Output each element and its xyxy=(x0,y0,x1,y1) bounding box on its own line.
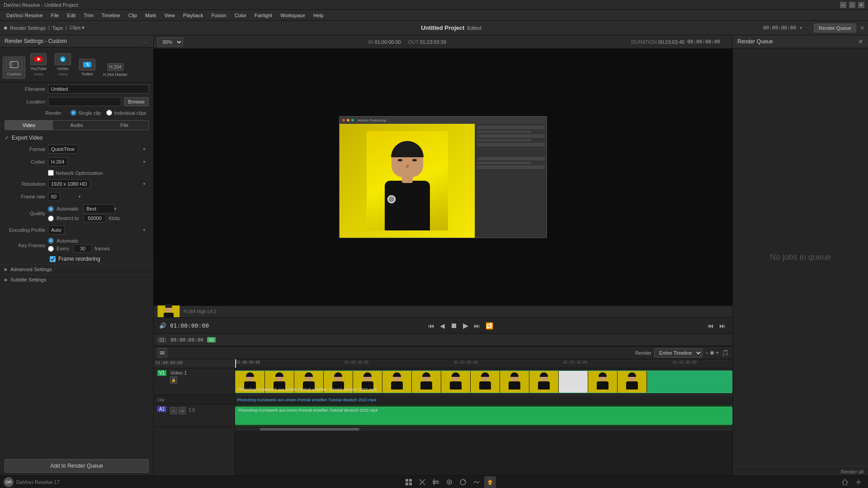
advanced-settings-section[interactable]: ▶ Advanced Settings xyxy=(0,264,153,274)
preset-vimeo[interactable]: V Vimeo 1080p xyxy=(52,51,74,79)
preview-dot-yellow xyxy=(347,119,349,122)
subtitle-settings-section[interactable]: ▶ Subtitle Settings xyxy=(0,274,153,285)
ws-home-button[interactable] xyxy=(839,476,851,488)
menu-mark[interactable]: Mark xyxy=(142,12,160,19)
quality-restrict-input[interactable] xyxy=(84,214,106,222)
menu-workspace[interactable]: Workspace xyxy=(277,12,309,19)
toolbar-render-settings[interactable]: Render Settings xyxy=(10,25,46,31)
frame-reordering-checkbox[interactable] xyxy=(50,256,56,262)
skip-to-start-button[interactable]: ⏮ xyxy=(706,321,715,331)
ws-fusion-button[interactable] xyxy=(443,476,455,488)
timeline-icon-btn-1[interactable] xyxy=(157,348,167,358)
menu-edit[interactable]: Edit xyxy=(63,12,79,19)
thumb-11 xyxy=(529,371,559,393)
ws-cut-button[interactable] xyxy=(416,476,428,488)
zoom-select[interactable]: 30% xyxy=(157,38,183,47)
filename-input[interactable] xyxy=(48,84,149,94)
tab-file[interactable]: File xyxy=(100,121,148,130)
tab-video[interactable]: Video xyxy=(5,121,53,130)
keyframes-every-option[interactable]: Every frames xyxy=(48,244,110,253)
resolution-select[interactable]: 868 x 488 HD xyxy=(48,179,90,188)
v1-lock-button[interactable]: 🔒 xyxy=(170,376,177,384)
menu-timeline[interactable]: Timeline xyxy=(98,12,124,19)
render-panel-options-icon[interactable]: ... xyxy=(142,38,149,44)
framerate-select[interactable]: 60 xyxy=(48,192,60,201)
quality-best-select[interactable]: Best xyxy=(83,204,115,213)
tcp-body-6 xyxy=(391,381,403,389)
encoding-profile-select[interactable]: Auto xyxy=(48,225,65,235)
workspace-center-icons xyxy=(403,476,496,488)
quality-restrict-radio[interactable] xyxy=(48,216,54,221)
preview-options-icon[interactable]: ⋯ xyxy=(724,39,729,45)
ws-edit-button[interactable] xyxy=(430,476,442,488)
keyframes-automatic-radio[interactable] xyxy=(48,238,54,244)
zoom-out-button[interactable]: − xyxy=(705,350,708,356)
tab-audio[interactable]: Audio xyxy=(53,121,101,130)
preset-h264[interactable]: H.264 H.264 Master xyxy=(100,61,130,79)
add-to-render-queue-button[interactable]: Add to Render Queue xyxy=(5,459,149,473)
toolbar-clips[interactable]: Clips ▾ xyxy=(70,25,85,31)
stop-button[interactable]: ⏹ xyxy=(449,320,459,331)
codec-row: Codec H.264 xyxy=(0,155,153,168)
menu-fairlight[interactable]: Fairlight xyxy=(251,12,276,19)
a1-m-button[interactable]: M xyxy=(179,407,186,414)
render-queue-close-button[interactable]: ✕ xyxy=(858,38,863,45)
menu-color[interactable]: Color xyxy=(231,12,250,19)
quality-restrict-option[interactable]: Restrict to Kbits xyxy=(48,214,120,222)
quality-automatic-option[interactable]: Automatic Best xyxy=(48,204,120,213)
audio-waveform-icon[interactable]: 🎵 xyxy=(722,349,729,356)
close-button[interactable]: ✕ xyxy=(858,2,864,8)
render-queue-button[interactable]: Render Queue xyxy=(814,23,856,33)
keyframes-every-radio[interactable] xyxy=(48,246,54,252)
menu-playback[interactable]: Playback xyxy=(179,12,207,19)
single-clip-radio[interactable] xyxy=(71,110,76,116)
individual-clips-option[interactable]: Individual clips xyxy=(106,110,146,116)
menu-clip[interactable]: Clip xyxy=(125,12,141,19)
browse-button[interactable]: Browse xyxy=(124,97,149,106)
go-to-start-button[interactable]: ⏮ xyxy=(427,321,436,331)
ws-deliver-button[interactable] xyxy=(484,476,496,488)
render-queue-close-icon[interactable]: ✕ xyxy=(860,25,864,31)
zoom-in-button[interactable]: + xyxy=(716,350,719,356)
network-opt-checkbox[interactable] xyxy=(48,170,54,176)
skip-to-end-button[interactable]: ⏭ xyxy=(718,321,727,331)
ws-settings-button[interactable] xyxy=(853,476,864,488)
location-input[interactable] xyxy=(48,97,121,106)
single-clip-option[interactable]: Single clip xyxy=(71,110,101,116)
menu-davinci[interactable]: DaVinci Resolve xyxy=(3,12,47,19)
menu-help[interactable]: Help xyxy=(310,12,327,19)
preview-content: Adobe Photoshop xyxy=(339,116,547,238)
preset-custom[interactable]: Custom xyxy=(3,56,25,79)
render-mode-select[interactable]: Entire Timeline xyxy=(654,348,703,357)
toolbar-tape[interactable]: Tape xyxy=(52,25,63,31)
loop-button[interactable]: 🔁 xyxy=(484,321,495,331)
play-button[interactable]: ▶ xyxy=(462,320,470,331)
minimize-button[interactable]: — xyxy=(840,2,846,8)
individual-clips-radio[interactable] xyxy=(106,110,112,116)
audio-clip[interactable]: Photoshop Kunstwerk aus einem Portrait e… xyxy=(235,407,732,425)
menu-file[interactable]: File xyxy=(47,12,63,19)
ws-color-button[interactable] xyxy=(457,476,469,488)
thumb-4 xyxy=(324,371,353,393)
network-opt-option[interactable]: Network Optimization xyxy=(48,170,103,176)
a1-s-button[interactable]: S xyxy=(170,407,177,414)
ws-media-pool-button[interactable] xyxy=(403,476,415,488)
menu-trim[interactable]: Trim xyxy=(80,12,97,19)
menu-view[interactable]: View xyxy=(160,12,179,19)
go-to-end-button[interactable]: ⏭ xyxy=(472,321,481,331)
ws-fairlight-button[interactable] xyxy=(471,476,482,488)
preset-twitter[interactable]: 𝕏 Twitter xyxy=(76,56,99,79)
menu-fusion[interactable]: Fusion xyxy=(208,12,230,19)
preset-youtube[interactable]: YouTube 1080p xyxy=(27,51,50,79)
format-select[interactable]: QuickTime xyxy=(48,145,78,154)
codec-select[interactable]: H.264 xyxy=(48,157,68,166)
quality-automatic-radio[interactable] xyxy=(48,206,54,212)
play-reverse-button[interactable]: ◀ xyxy=(439,321,446,331)
volume-icon[interactable]: 🔊 xyxy=(159,322,166,329)
maximize-button[interactable]: □ xyxy=(849,2,855,8)
video-clip[interactable]: Photoshop Kunstwerk aus einem Portrait e… xyxy=(235,371,732,393)
ps-layer-row-1 xyxy=(477,126,545,129)
timeline-scrollbar[interactable] xyxy=(235,427,732,431)
keyframes-automatic-option[interactable]: Automatic xyxy=(48,238,110,244)
keyframes-value-input[interactable] xyxy=(74,244,92,253)
